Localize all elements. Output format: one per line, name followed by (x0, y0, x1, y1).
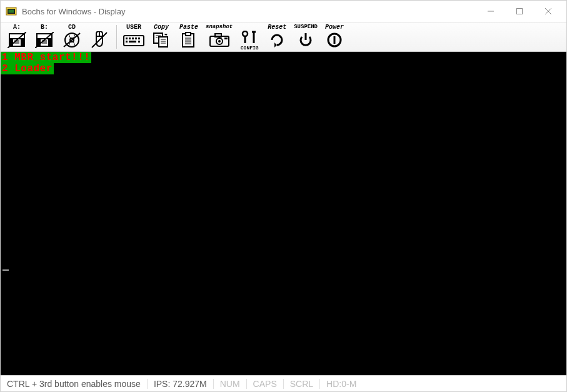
svg-point-58 (243, 31, 248, 36)
config-icon (239, 31, 260, 44)
maximize-button[interactable] (505, 2, 534, 21)
reset-icon (266, 31, 288, 49)
spacer (98, 24, 101, 31)
svg-rect-39 (138, 41, 140, 43)
window-title: Bochs for Windows - Display (22, 7, 476, 16)
svg-point-56 (218, 40, 221, 43)
close-button[interactable] (534, 2, 563, 21)
status-hd: HD:0-M (320, 379, 363, 389)
drive-b-label: B: (41, 24, 48, 31)
spacer (248, 24, 251, 31)
app-icon (6, 6, 17, 17)
config-label: CONFIG (241, 44, 259, 51)
power-icon (324, 31, 345, 49)
camera-icon (209, 31, 230, 49)
svg-rect-36 (138, 38, 140, 39)
suspend-icon (295, 31, 316, 49)
console-display[interactable]: 1 MBR_start!!! 2 Loader (1, 52, 566, 375)
svg-rect-34 (132, 38, 134, 39)
svg-rect-32 (126, 38, 128, 39)
floppy-b-icon (34, 31, 55, 49)
console-line: 1 MBR_start!!! (1, 52, 91, 63)
svg-rect-41 (159, 37, 168, 47)
text-cursor (3, 269, 9, 271)
drive-a-label: A: (13, 24, 21, 31)
suspend-button[interactable]: SUSPEND (292, 23, 319, 51)
reset-button[interactable]: Reset (264, 23, 289, 51)
svg-line-23 (69, 34, 71, 39)
svg-rect-57 (224, 38, 228, 39)
paste-button[interactable]: Paste (176, 23, 201, 51)
console-line: 2 Loader (1, 63, 54, 74)
snapshot-label: snapshot (206, 24, 233, 31)
drive-a-button[interactable]: A: (4, 23, 29, 51)
copy-icon (151, 31, 172, 49)
floppy-a-icon (6, 31, 28, 49)
status-mouse-hint: CTRL + 3rd button enables mouse (1, 379, 148, 389)
svg-rect-37 (126, 41, 128, 43)
user-label: USER (126, 24, 141, 31)
mouse-button[interactable] (87, 23, 112, 51)
mouse-icon (89, 31, 110, 49)
suspend-label: SUSPEND (294, 24, 318, 31)
toolbar-separator (116, 25, 117, 49)
paste-icon (178, 31, 199, 49)
minimize-button[interactable] (476, 2, 505, 21)
toolbar: A: B: (1, 22, 566, 52)
keyboard-icon (123, 31, 144, 49)
svg-rect-38 (129, 41, 136, 43)
status-scrl: SCRL (284, 379, 320, 389)
status-ips: IPS: 72.927M (148, 379, 214, 389)
svg-rect-54 (215, 34, 221, 37)
reset-label: Reset (268, 24, 286, 31)
paste-label: Paste (179, 24, 198, 31)
svg-rect-48 (186, 33, 191, 36)
svg-rect-33 (129, 38, 131, 39)
svg-rect-35 (135, 38, 137, 39)
power-label: Power (325, 24, 344, 31)
status-caps: CAPS (247, 379, 284, 389)
copy-label: Copy (154, 24, 169, 31)
titlebar: Bochs for Windows - Display (1, 1, 566, 22)
copy-button[interactable]: Copy (149, 23, 174, 51)
cd-button[interactable]: CD (59, 23, 84, 51)
power-button[interactable]: Power (322, 23, 347, 51)
app-window: Bochs for Windows - Display A: (0, 0, 567, 392)
statusbar: CTRL + 3rd button enables mouse IPS: 72.… (1, 375, 566, 391)
svg-rect-2 (9, 10, 14, 13)
config-button[interactable]: CONFIG (237, 23, 262, 51)
user-button[interactable]: USER (121, 23, 146, 51)
drive-b-button[interactable]: B: (32, 23, 57, 51)
svg-rect-4 (517, 9, 523, 14)
cd-label: CD (68, 24, 76, 31)
window-controls (476, 2, 563, 21)
svg-line-26 (73, 41, 75, 46)
snapshot-button[interactable]: snapshot (204, 23, 234, 51)
status-num: NUM (214, 379, 247, 389)
cd-icon (61, 31, 83, 49)
